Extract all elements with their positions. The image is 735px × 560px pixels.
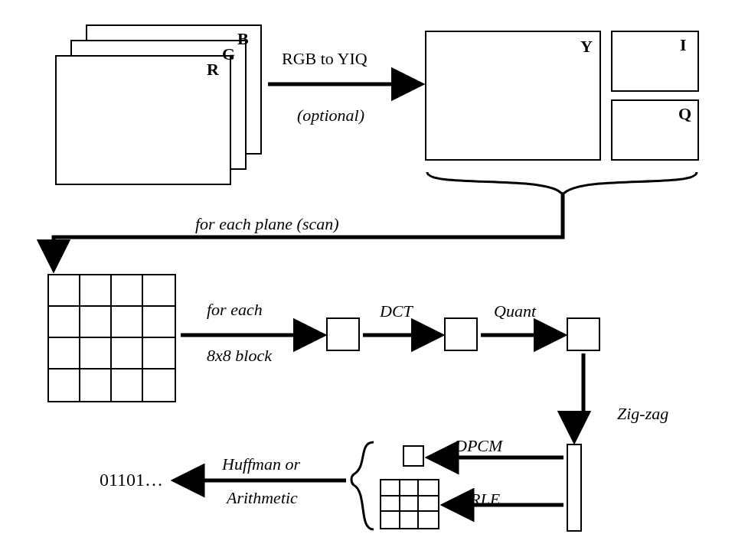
label-i: I <box>680 35 687 55</box>
label-arithmetic: Arithmetic <box>227 488 298 508</box>
label-dct: DCT <box>380 301 413 321</box>
label-zigzag: Zig-zag <box>617 404 668 424</box>
label-for-each: for each <box>207 300 263 320</box>
block-post-dct <box>444 317 478 351</box>
ac-coeffs <box>380 479 439 529</box>
label-rgb-to-yiq: RGB to YIQ <box>282 49 368 69</box>
arrow-zigzag <box>574 353 583 439</box>
label-r: R <box>207 60 219 80</box>
zigzag-slab <box>567 444 582 532</box>
label-g: G <box>222 44 235 64</box>
dc-coeff <box>403 445 424 467</box>
brace-yiq <box>427 172 697 194</box>
label-huffman-or: Huffman or <box>222 454 300 474</box>
block-post-quant <box>567 317 600 351</box>
label-quant: Quant <box>494 301 536 321</box>
label-optional: (optional) <box>297 106 364 125</box>
plane-r <box>55 55 231 185</box>
label-q: Q <box>678 104 691 124</box>
label-dpcm: DPCM <box>455 436 502 456</box>
label-rle: RLE <box>470 490 500 510</box>
plane-y <box>425 31 601 161</box>
block-pre-dct <box>326 317 360 351</box>
jpeg-pipeline-diagram: B G R Y I Q RGB to YIQ (optional) for ea… <box>0 0 735 560</box>
label-for-each-plane: for each plane (scan) <box>195 214 339 234</box>
label-b: B <box>237 29 249 49</box>
brace-entropy <box>351 442 374 529</box>
label-8x8-block: 8x8 block <box>207 346 272 366</box>
label-y: Y <box>580 37 593 57</box>
scan-grid <box>47 274 176 402</box>
output-bitstream: 01101… <box>100 470 163 490</box>
